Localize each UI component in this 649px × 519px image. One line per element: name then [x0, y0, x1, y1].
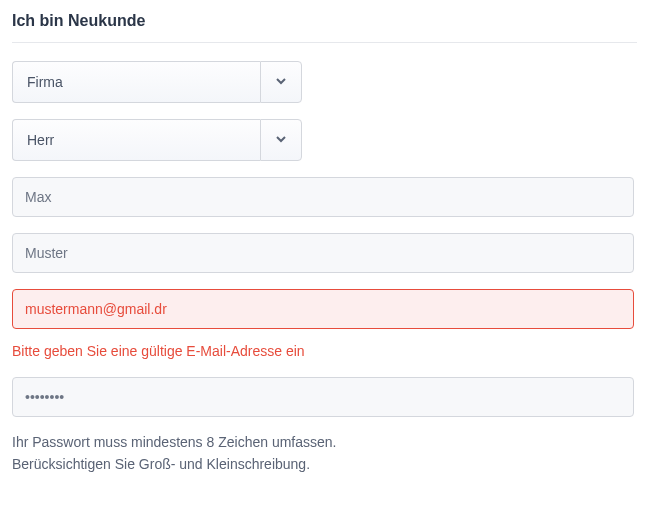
salutation-value: Herr	[12, 119, 260, 161]
chevron-down-icon	[275, 73, 287, 91]
first-name-field[interactable]	[12, 177, 634, 217]
email-error-message: Bitte geben Sie eine gültige E-Mail-Adre…	[12, 343, 637, 359]
page-title: Ich bin Neukunde	[12, 12, 637, 43]
salutation-select[interactable]: Herr	[12, 119, 302, 161]
password-hint-line-1: Ihr Passwort muss mindestens 8 Zeichen u…	[12, 431, 637, 453]
customer-type-caret[interactable]	[260, 61, 302, 103]
salutation-caret[interactable]	[260, 119, 302, 161]
chevron-down-icon	[275, 131, 287, 149]
password-field[interactable]	[12, 377, 634, 417]
last-name-field[interactable]	[12, 233, 634, 273]
email-field[interactable]	[12, 289, 634, 329]
customer-type-select[interactable]: Firma	[12, 61, 302, 103]
password-hint: Ihr Passwort muss mindestens 8 Zeichen u…	[12, 431, 637, 476]
customer-type-value: Firma	[12, 61, 260, 103]
password-hint-line-2: Berücksichtigen Sie Groß- und Kleinschre…	[12, 453, 637, 475]
